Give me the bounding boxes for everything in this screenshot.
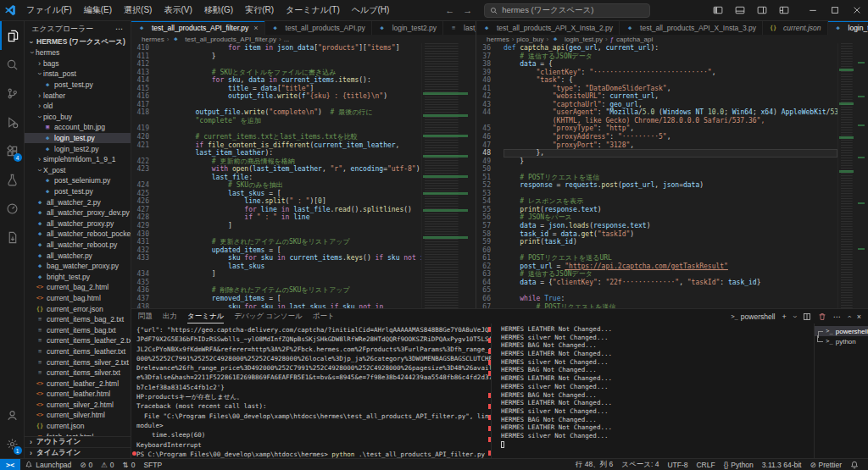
breadcrumb-item[interactable]: hermes	[142, 36, 164, 43]
minimize-icon[interactable]	[802, 0, 824, 20]
menu-item-2[interactable]: 選択(S)	[118, 0, 158, 20]
code-line[interactable]: ]	[163, 270, 421, 279]
code-line[interactable]: def captcha_api(geo_url, current_url):	[504, 44, 837, 53]
breadcrumb-item[interactable]: test_all_products_API_filter.py	[185, 36, 276, 43]
tree-item[interactable]: ◆all_watcher_reboot_pocket.py	[25, 229, 131, 240]
layout-sidebar-left-icon[interactable]	[707, 0, 729, 20]
maximize-panel-icon[interactable]: ›	[844, 315, 853, 318]
maximize-icon[interactable]	[824, 0, 846, 20]
code-line[interactable]: "task": {	[504, 76, 837, 85]
layout-panel-icon[interactable]	[729, 0, 751, 20]
code-line[interactable]: # current_items.txtとlast_items.txtを比較	[163, 133, 421, 141]
activitybar-source-control-icon[interactable]	[0, 79, 25, 108]
code-line[interactable]: last_skus	[163, 263, 421, 271]
split-terminal-icon[interactable]	[803, 312, 811, 321]
code-line[interactable]: updated_items = [	[163, 246, 421, 255]
activitybar-run-debug-icon[interactable]	[0, 108, 25, 136]
status-item-utf-8[interactable]: UTF-8	[663, 459, 692, 470]
status-item[interactable]: ><	[0, 459, 20, 470]
status-item-0[interactable]: ⚠0	[97, 459, 118, 470]
tab-test-all-products-api-x-insta-3-py[interactable]: ◆test_all_products_API_X_Insta_3.py	[620, 21, 763, 35]
activitybar-settings-icon[interactable]: 1	[0, 429, 25, 458]
menu-item-0[interactable]: ファイル(F)	[20, 0, 78, 20]
activitybar-account-icon[interactable]	[0, 401, 25, 429]
layout-sidebar-right-icon[interactable]	[751, 0, 773, 20]
minimap-right[interactable]	[837, 43, 854, 308]
timeline-section[interactable]: › タイムライン	[25, 447, 131, 458]
status-item-sftp[interactable]: SFTP	[139, 459, 166, 470]
menu-item-5[interactable]: 実行(R)	[239, 0, 280, 20]
terminal-pane-right[interactable]: HERMES LEATHER Not Changed...HERMES silv…	[496, 323, 814, 458]
code-line[interactable]: print(task_id)	[504, 238, 837, 246]
code-line[interactable]: data = {"clientKey": "22f·············",…	[504, 279, 837, 287]
overview-ruler-right[interactable]	[854, 43, 868, 308]
new-terminal-button[interactable]: +	[782, 312, 786, 321]
code-line[interactable]: last_skus = [	[163, 190, 421, 198]
code-line[interactable]: output_file.write("complete\n") # 最後の行に	[163, 108, 421, 117]
code-line[interactable]	[504, 165, 837, 174]
tree-item[interactable]: <>current_leather.html	[25, 389, 131, 400]
code-line[interactable]: "proxyType": "http",	[504, 124, 837, 133]
code-line[interactable]	[163, 124, 421, 133]
code-line[interactable]: title = data["title"]	[163, 85, 421, 93]
tree-item[interactable]: ›X_post	[25, 165, 131, 176]
code-line[interactable]: # SKUのみを抽出	[163, 181, 421, 190]
tree-item[interactable]: ›simplehtmldom_1_9_1	[25, 154, 131, 165]
code-line[interactable]: if " : " in line	[163, 213, 421, 222]
code-line[interactable]: last_item_leather):	[163, 149, 421, 158]
code-line[interactable]: "clientKey": "··························…	[504, 69, 837, 77]
code-line[interactable]: if file_content_is_different(current_ite…	[163, 141, 421, 150]
kill-terminal-icon[interactable]	[818, 312, 826, 321]
code-line[interactable]: "complete" を追加	[163, 117, 421, 125]
tree-item[interactable]: ›old	[25, 101, 131, 112]
tree-item[interactable]: ≡current_items_bag_2.txt	[25, 314, 131, 325]
code-line[interactable]: # POSTリクエストを送信	[504, 303, 837, 309]
code-line[interactable]: "type": "DataDomeSliderTask",	[504, 85, 837, 93]
scrollbar-left[interactable]	[469, 43, 476, 308]
forward-arrow-icon[interactable]: →	[463, 5, 472, 15]
status-item--4[interactable]: スペース: 4	[617, 459, 663, 470]
tab-login-test2-py[interactable]: ◆login_test2.py	[372, 21, 443, 35]
terminal-dropdown-icon[interactable]: ›	[790, 315, 798, 318]
tab-test-all-products-api-filter-py[interactable]: ◆test_all_products_API_filter.py×	[131, 21, 265, 35]
tree-item[interactable]: ›hermes	[25, 47, 131, 58]
status-item-launchpad[interactable]: Launchpad	[20, 459, 75, 470]
breadcrumb-item[interactable]: captcha_api	[616, 36, 653, 43]
tree-item[interactable]: ◆all_watcher_proxy.py	[25, 218, 131, 229]
code-line[interactable]: # POSTリクエストを送信	[504, 174, 837, 182]
code-line[interactable]: print(response.text)	[504, 206, 837, 214]
tree-item[interactable]: ◆post_test.py	[25, 186, 131, 197]
code-line[interactable]: }	[504, 158, 837, 166]
tree-item[interactable]: ◆post_test.py	[25, 80, 131, 91]
code-line[interactable]: }	[163, 53, 421, 61]
terminal-instance-python[interactable]: >_python	[815, 336, 868, 346]
status-item[interactable]	[846, 459, 863, 470]
outline-section[interactable]: › アウトライン	[25, 436, 131, 447]
code-line[interactable]: for sku, data in current_items.items():	[163, 76, 421, 85]
code-line[interactable]: # 更新されたアイテムのSKUをリストアップ	[163, 238, 421, 246]
code-line[interactable]	[163, 101, 421, 109]
tree-item[interactable]: ≡current_items_silver.txt	[25, 368, 131, 379]
code-area-left[interactable]: for item in json_data["products"]["items…	[155, 43, 421, 308]
tree-item[interactable]: ›pico_buy	[25, 112, 131, 123]
code-line[interactable]: # 送信するJSONデータ	[504, 53, 837, 61]
close-panel-icon[interactable]: ×	[857, 312, 861, 321]
tree-item[interactable]: ◆login_test.py	[25, 133, 131, 144]
status-item-0[interactable]: ⇅0	[119, 459, 140, 470]
code-line[interactable]: (KHTML, like Gecko) Chrome/128.0.0.0 Saf…	[504, 117, 837, 125]
code-line[interactable]: # レスポンスを表示	[504, 197, 837, 206]
status-item-0[interactable]: ⊘0	[75, 459, 97, 470]
tree-item[interactable]: ◆all_watcher.py	[25, 250, 131, 261]
activitybar-testing-icon[interactable]	[0, 165, 25, 194]
tree-item[interactable]: ◆all_watcher_reboot.py	[25, 240, 131, 251]
code-line[interactable]	[504, 190, 837, 198]
command-center-search[interactable]: hermes (ワークスペース)	[484, 3, 650, 18]
menu-item-7[interactable]: ヘルプ(H)	[346, 0, 396, 20]
code-line[interactable]: data = {	[504, 60, 837, 69]
breadcrumb-item[interactable]: hermes	[487, 36, 509, 43]
tab-test-all-products-api-py[interactable]: ◆test_all_products_API.py	[265, 21, 372, 35]
tree-item[interactable]: ◆all_watcher_proxy_dev.py	[25, 207, 131, 218]
file-tree[interactable]: ›hermes›bags›insta_post◆post_test.py›lea…	[25, 47, 131, 436]
code-line[interactable]	[163, 279, 421, 287]
terminal-pane-left[interactable]: {"url": "https://geo.captcha-delivery.co…	[131, 323, 491, 458]
